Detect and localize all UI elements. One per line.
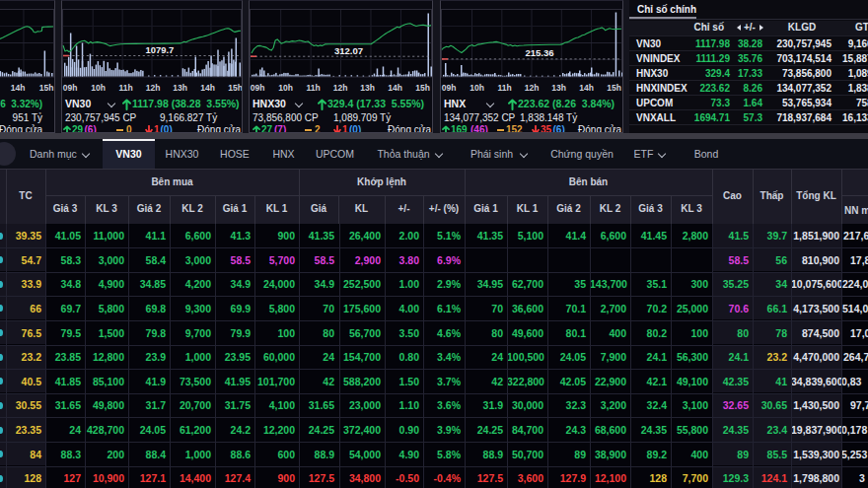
svg-text:312.07: 312.07 <box>334 45 363 56</box>
svg-text:215.36: 215.36 <box>525 47 553 58</box>
svg-text:1079.7: 1079.7 <box>146 44 175 55</box>
